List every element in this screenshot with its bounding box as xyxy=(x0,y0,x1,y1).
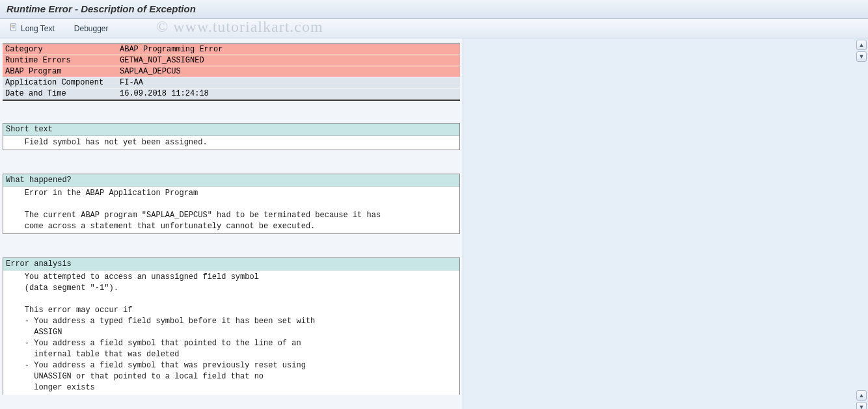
section-title: Error analysis xyxy=(3,258,459,270)
section-line: - You address a field symbol that was pr… xyxy=(3,360,459,371)
scroll-down-button[interactable]: ▼ xyxy=(856,51,867,62)
section-line: ASSIGN xyxy=(3,327,459,338)
content-area: CategoryABAP Programming ErrorRuntime Er… xyxy=(0,38,868,409)
section-line: The current ABAP program "SAPLAA_DEPCUS"… xyxy=(3,210,459,221)
section: Error analysis You attempted to access a… xyxy=(3,257,460,395)
header-value: 16.09.2018 11:24:18 xyxy=(120,89,457,98)
scroll-up-button[interactable]: ▲ xyxy=(856,40,867,50)
scroll-buttons-top: ▲ ▼ xyxy=(856,40,867,62)
section-line: longer exists xyxy=(3,382,459,393)
header-row: CategoryABAP Programming Error xyxy=(3,44,460,55)
header-row: Runtime ErrorsGETWA_NOT_ASSIGNED xyxy=(3,55,460,66)
section-body: Error in the ABAP Application Program Th… xyxy=(3,187,459,233)
section: What happened? Error in the ABAP Applica… xyxy=(3,174,460,234)
section-line: - You address a field symbol that pointe… xyxy=(3,338,459,349)
header-label: Runtime Errors xyxy=(5,56,120,65)
debugger-button[interactable]: Debugger xyxy=(70,23,113,34)
long-text-label: Long Text xyxy=(21,24,55,33)
section: Short text Field symbol has not yet been… xyxy=(3,123,460,150)
section-line: come across a statement that unfortunate… xyxy=(3,221,459,232)
header-row: ABAP ProgramSAPLAA_DEPCUS xyxy=(3,66,460,77)
section-line: internal table that was deleted xyxy=(3,349,459,360)
document-icon xyxy=(9,23,18,34)
header-row: Date and Time16.09.2018 11:24:18 xyxy=(3,88,460,99)
error-header-block: CategoryABAP Programming ErrorRuntime Er… xyxy=(3,44,460,101)
header-row: Application ComponentFI-AA xyxy=(3,77,460,88)
section-line: This error may occur if xyxy=(3,305,459,316)
header-label: Application Component xyxy=(5,78,120,87)
section-line: (data segment "-1"). xyxy=(3,283,459,294)
section-line: You attempted to access an unassigned fi… xyxy=(3,272,459,283)
header-value: ABAP Programming Error xyxy=(120,45,457,54)
section-title: Short text xyxy=(3,124,459,136)
header-label: Category xyxy=(5,45,120,54)
header-value: FI-AA xyxy=(120,78,457,87)
title-bar: Runtime Error - Description of Exception xyxy=(0,0,868,19)
header-value: SAPLAA_DEPCUS xyxy=(120,67,457,76)
scroll-down-button-2[interactable]: ▼ xyxy=(856,402,867,409)
header-label: Date and Time xyxy=(5,89,120,98)
section-line: - You address a typed field symbol befor… xyxy=(3,316,459,327)
header-value: GETWA_NOT_ASSIGNED xyxy=(120,56,457,65)
svg-rect-0 xyxy=(11,24,16,31)
section-line: Field symbol has not yet been assigned. xyxy=(3,137,459,148)
debugger-label: Debugger xyxy=(74,24,109,33)
scroll-up-button-2[interactable]: ▲ xyxy=(856,390,867,401)
section-title: What happened? xyxy=(3,174,459,187)
section-body: Field symbol has not yet been assigned. xyxy=(3,136,459,150)
right-column: ▲ ▼ ▲ ▼ xyxy=(463,38,868,409)
section-line xyxy=(3,294,459,305)
long-text-button[interactable]: Long Text xyxy=(5,21,59,35)
section-line: UNASSIGN or that pointed to a local fiel… xyxy=(3,371,459,382)
main-column: CategoryABAP Programming ErrorRuntime Er… xyxy=(0,38,463,409)
header-label: ABAP Program xyxy=(5,67,120,76)
toolbar: Long Text Debugger xyxy=(0,19,868,38)
page-title: Runtime Error - Description of Exception xyxy=(7,3,861,14)
section-body: You attempted to access an unassigned fi… xyxy=(3,270,459,395)
section-line: Error in the ABAP Application Program xyxy=(3,188,459,199)
section-line xyxy=(3,199,459,210)
scroll-buttons-bottom: ▲ ▼ xyxy=(856,390,867,409)
